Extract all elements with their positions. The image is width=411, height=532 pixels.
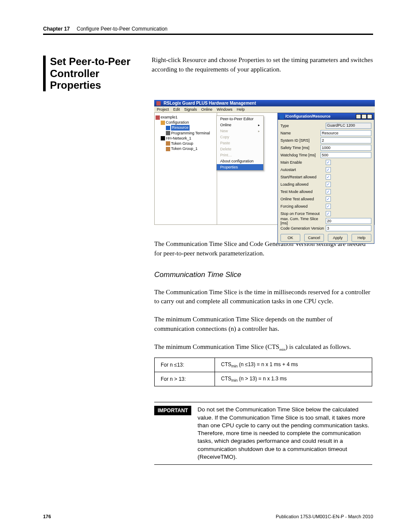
dialog-icon [280,115,284,119]
startrestart-label: Start/Restart allowed [280,175,326,179]
cm-copy: Copy [217,134,263,140]
dialog-title: /Configuration/Resource [285,114,330,118]
menu-signals[interactable]: Signals [184,107,197,112]
token-icon [166,141,170,146]
terminal-icon [166,131,170,135]
important-callout: IMPORTANT Do not set the Communication T… [154,402,372,465]
codegen-input[interactable] [326,225,371,231]
intro-para: Right-click Resource and choose Properti… [152,56,373,75]
dialog-titlebar: /Configuration/Resource _ □ × [278,113,374,120]
cm-online[interactable]: Online▸ [217,122,263,128]
app-title: RSLogix Guard PLUS Hardware Management [164,101,256,106]
para-cts-def: The Communication Time Slice is the time… [154,288,373,307]
section-title: Set Peer-to-Peer Controller Properties [50,56,141,91]
chapter-title: Configure Peer-to-Peer Communication [77,26,168,32]
cancel-button[interactable]: Cancel [304,234,324,242]
tree-network[interactable]: HH-Network_1 [156,136,216,141]
menu-edit[interactable]: Edit [173,107,180,112]
type-label: Type [280,124,326,128]
token-icon [166,147,170,151]
formula-table: For n ≤13: CTSmin (n ≤13) = n x 1 ms + 4… [154,358,372,387]
mainen-label: Main Enable [280,160,326,165]
cm-properties[interactable]: Properties [217,164,263,170]
autostart-label: Autostart [280,168,326,172]
page-number: 176 [43,514,51,519]
name-input[interactable] [321,130,371,136]
app-menubar: Project Edit Signals Online Windows Help [154,106,375,113]
cm-about[interactable]: About configuration [217,158,263,164]
testmode-checkbox[interactable]: ✓ [326,189,331,194]
apply-button[interactable]: Apply [328,234,348,242]
watchdog-input[interactable] [321,152,371,158]
important-text: Do not set the Communication Time Slice … [197,406,372,461]
screenshot-hardware-management: RSLogix Guard PLUS Hardware Management P… [154,100,375,225]
tree-pane: example1 Configuration Resource Programm… [155,113,217,224]
cm-paste: Paste [217,140,263,146]
cm-peer-editor[interactable]: Peer-to-Peer Editor [217,116,263,122]
startrestart-checkbox[interactable]: ✓ [326,174,331,180]
mainen-checkbox[interactable]: ✓ [326,160,331,165]
resource-properties-dialog: /Configuration/Resource _ □ × TypeGuardP… [277,113,374,244]
subhead-cts: Communication Time Slice [154,271,373,279]
page-footer: 176 Publication 1753-UM001C-EN-P - March… [43,514,373,519]
ok-button[interactable]: OK [280,234,300,242]
cell-n-gt-13: For n > 13: [155,372,215,386]
watchdog-label: Watchdog Time [ms] [280,153,321,157]
cm-delete: Delete [217,146,263,152]
stoponforce-label: Stop on Force Timeout [280,212,326,216]
forcing-label: Forcing allowed [280,204,326,208]
autostart-checkbox[interactable]: ✓ [326,167,331,172]
tree-terminal[interactable]: Programming Terminal [156,131,216,136]
forcing-checkbox[interactable]: ✓ [326,204,331,209]
folder-icon [161,121,165,125]
loading-label: Loading allowed [280,182,326,187]
sysid-label: System ID [SRS] [280,138,321,143]
onlinetest-checkbox[interactable]: ✓ [326,196,331,202]
menu-online[interactable]: Online [201,107,212,112]
tree-token-group-1[interactable]: Token Group_1 [156,146,216,151]
menu-project[interactable]: Project [157,107,169,112]
network-icon [161,136,165,140]
submenu-arrow-icon: ▸ [258,123,260,127]
type-select[interactable]: GuardPLC 1200 [326,123,371,129]
submenu-arrow-icon: ▸ [258,129,260,133]
codegen-label: Code Generation Version [280,226,326,230]
cm-new: New▸ [217,128,263,134]
cell-cts-le-13: CTSmin (n ≤13) = n x 1 ms + 4 ms [215,358,372,372]
safety-input[interactable] [321,145,371,151]
app-titlebar: RSLogix Guard PLUS Hardware Management [154,100,375,106]
chapter-label: Chapter 17 [43,26,70,32]
tree-configuration[interactable]: Configuration [156,120,216,125]
maximize-icon[interactable]: □ [361,114,367,119]
important-badge: IMPORTANT [154,406,191,415]
onlinetest-label: Online Test allowed [280,197,326,201]
para-cts-min-dep: The minimum Communication Time Slice dep… [154,315,373,334]
para-cts-formula-intro: The minimum Communication Time Slice (CT… [154,342,373,352]
stoponforce-checkbox[interactable]: ✓ [326,211,331,216]
sysid-input[interactable] [321,137,371,143]
resource-icon [166,126,170,130]
maxcom-input[interactable] [326,218,371,224]
cm-print: Print… [217,152,263,158]
tree-project[interactable]: example1 [156,115,216,120]
menu-help[interactable]: Help [237,107,245,112]
header-rule [43,34,373,35]
publication-info: Publication 1753-UM001C-EN-P - March 201… [276,514,373,519]
table-row: For n ≤13: CTSmin (n ≤13) = n x 1 ms + 4… [155,358,372,372]
cell-cts-gt-13: CTSmin (n > 13) = n x 1.3 ms [215,372,372,386]
menu-windows[interactable]: Windows [217,107,233,112]
context-menu: Peer-to-Peer Editor Online▸ New▸ Copy Pa… [216,115,264,171]
loading-checkbox[interactable]: ✓ [326,182,331,187]
tree-resource[interactable]: Resource [156,125,216,130]
cell-n-le-13: For n ≤13: [155,358,215,372]
name-label: Name [280,131,321,135]
table-row: For n > 13: CTSmin (n > 13) = n x 1.3 ms [155,372,372,386]
testmode-label: Test Mode allowed [280,190,326,194]
running-header: Chapter 17 Configure Peer-to-Peer Commun… [43,26,373,32]
tree-token-group[interactable]: Token Group [156,141,216,146]
minimize-icon[interactable]: _ [356,114,361,119]
close-icon[interactable]: × [367,114,372,119]
help-button[interactable]: Help [352,234,371,242]
app-logo-icon [156,101,161,106]
project-icon [156,115,160,120]
